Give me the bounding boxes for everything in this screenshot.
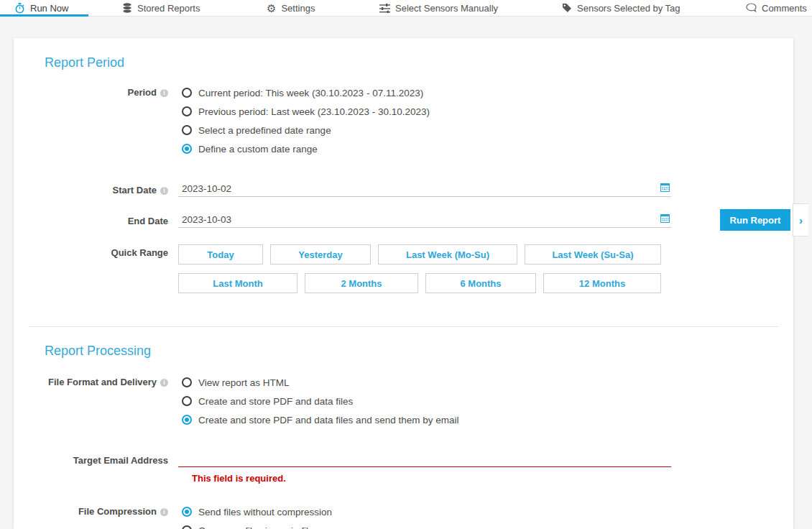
radio-option-no-compression[interactable]: Send files without compression	[182, 502, 332, 521]
radio-label: Create and store PDF and data files and …	[198, 415, 458, 426]
info-icon[interactable]	[160, 379, 168, 387]
radio-label: Compress files in a .zip file	[198, 525, 314, 529]
radio-option-store-pdf-email[interactable]: Create and store PDF and data files and …	[182, 410, 458, 429]
side-panel-toggle[interactable]: ›	[793, 203, 808, 236]
file-format-radio-group: View report as HTML Create and store PDF…	[178, 373, 458, 429]
period-label: Period	[14, 83, 178, 102]
quick-range-buttons: Today Yesterday Last Week (Mo-Su) Last W…	[178, 244, 661, 302]
speech-bubble-icon	[746, 3, 757, 13]
radio-button[interactable]	[182, 144, 192, 154]
radio-button[interactable]	[182, 507, 192, 517]
radio-option-store-pdf[interactable]: Create and store PDF and data files	[182, 392, 458, 410]
radio-label: Current period: This week (30.10.2023 - …	[198, 88, 423, 98]
info-icon[interactable]	[160, 508, 168, 516]
radio-button[interactable]	[182, 125, 192, 135]
period-radio-group: Current period: This week (30.10.2023 - …	[178, 83, 430, 158]
target-email-error: This field is required.	[192, 473, 793, 484]
sliders-icon	[379, 3, 390, 13]
target-email-label: Target Email Address	[14, 452, 178, 468]
quick-range-last-week-mo-su-button[interactable]: Last Week (Mo-Su)	[378, 244, 517, 264]
start-date-label: Start Date	[14, 182, 178, 198]
database-icon	[122, 3, 132, 13]
gear-icon: ⚙	[267, 3, 276, 14]
calendar-icon[interactable]	[660, 213, 670, 225]
quick-range-last-week-su-sa-button[interactable]: Last Week (Su-Sa)	[525, 244, 661, 264]
radio-label: Create and store PDF and data files	[198, 396, 353, 407]
tab-comments[interactable]: Comments	[746, 0, 807, 16]
section-heading-report-processing: Report Processing	[45, 344, 793, 359]
start-date-input[interactable]: 2023-10-02	[178, 182, 671, 197]
tab-label: Stored Reports	[137, 3, 200, 14]
tab-sensors-selected-by-tag[interactable]: Sensors Selected by Tag	[562, 0, 680, 16]
info-icon[interactable]	[160, 89, 168, 97]
stopwatch-icon	[14, 3, 25, 14]
active-tab-underline	[0, 14, 88, 17]
end-date-input[interactable]: 2023-10-03	[178, 213, 671, 228]
calendar-icon[interactable]	[660, 183, 670, 194]
tab-run-now[interactable]: Run Now	[14, 0, 68, 16]
quick-range-label: Quick Range	[14, 244, 178, 260]
radio-label: Select a predefined date range	[198, 125, 331, 136]
radio-option-current-period[interactable]: Current period: This week (30.10.2023 - …	[182, 83, 430, 102]
chevron-right-icon: ›	[799, 215, 803, 226]
tab-label: Sensors Selected by Tag	[577, 3, 680, 14]
tag-icon	[562, 3, 572, 13]
end-date-value: 2023-10-03	[182, 214, 231, 225]
start-date-value: 2023-10-02	[182, 183, 231, 194]
file-compression-label: File Compression	[14, 502, 178, 521]
target-email-input[interactable]	[178, 452, 671, 467]
tab-settings[interactable]: ⚙ Settings	[267, 0, 315, 16]
run-report-button[interactable]: Run Report	[720, 209, 790, 231]
radio-option-custom-range[interactable]: Define a custom date range	[182, 139, 430, 158]
tab-label: Select Sensors Manually	[395, 3, 498, 14]
tab-label: Comments	[762, 3, 807, 14]
radio-button[interactable]	[182, 415, 192, 425]
info-icon[interactable]	[160, 187, 168, 195]
quick-range-last-month-button[interactable]: Last Month	[178, 273, 297, 293]
radio-label: Send files without compression	[198, 507, 332, 518]
end-date-label: End Date	[14, 213, 178, 229]
file-format-label: File Format and Delivery	[14, 373, 178, 392]
radio-button[interactable]	[182, 106, 192, 116]
quick-range-yesterday-button[interactable]: Yesterday	[270, 244, 371, 264]
radio-button[interactable]	[182, 525, 192, 529]
radio-option-zip-compression[interactable]: Compress files in a .zip file	[182, 521, 332, 529]
quick-range-6-months-button[interactable]: 6 Months	[425, 273, 536, 293]
radio-option-view-html[interactable]: View report as HTML	[182, 373, 458, 392]
radio-button[interactable]	[182, 377, 192, 387]
tab-select-sensors-manually[interactable]: Select Sensors Manually	[379, 0, 498, 16]
radio-button[interactable]	[182, 396, 192, 406]
section-divider	[29, 326, 778, 327]
section-heading-report-period: Report Period	[45, 55, 793, 70]
radio-option-predefined-range[interactable]: Select a predefined date range	[182, 121, 430, 139]
report-settings-card: Report Period Period Current period: Thi…	[14, 38, 793, 529]
tab-label: Run Now	[30, 3, 68, 14]
radio-label: View report as HTML	[198, 377, 290, 388]
tab-label: Settings	[281, 3, 315, 14]
radio-button[interactable]	[182, 88, 192, 98]
radio-label: Define a custom date range	[198, 144, 318, 155]
radio-option-previous-period[interactable]: Previous period: Last week (23.10.2023 -…	[182, 102, 430, 121]
quick-range-today-button[interactable]: Today	[178, 244, 263, 264]
radio-label: Previous period: Last week (23.10.2023 -…	[198, 106, 430, 117]
quick-range-12-months-button[interactable]: 12 Months	[543, 273, 661, 293]
tab-stored-reports[interactable]: Stored Reports	[122, 0, 200, 16]
quick-range-2-months-button[interactable]: 2 Months	[305, 273, 418, 293]
tab-bar: Run Now Stored Reports ⚙ Settings	[0, 0, 812, 17]
file-compression-radio-group: Send files without compression Compress …	[178, 502, 332, 529]
